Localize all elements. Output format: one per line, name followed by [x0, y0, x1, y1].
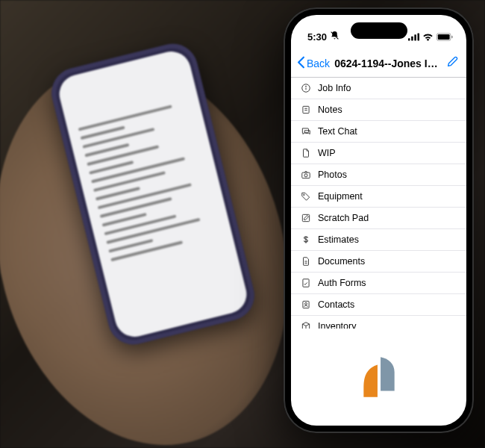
- menu-item-label: Photos: [318, 169, 347, 180]
- tag-icon: [300, 191, 311, 202]
- svg-rect-11: [302, 106, 308, 113]
- bell-slash-icon: [330, 31, 340, 43]
- svg-rect-2: [411, 36, 413, 40]
- svg-point-16: [303, 194, 304, 196]
- edit-button[interactable]: [444, 56, 460, 71]
- back-button[interactable]: Back: [297, 56, 330, 71]
- menu-item-notes[interactable]: Notes: [291, 99, 466, 121]
- menu-item-label: Scratch Pad: [318, 213, 369, 223]
- menu-item-photos[interactable]: Photos: [291, 164, 466, 186]
- nav-title: 0624-1194--Jones Iww, ...: [331, 57, 442, 69]
- pencil-sq-icon: [300, 213, 311, 224]
- menu-item-label: Auth Forms: [318, 278, 366, 288]
- box-icon: [300, 321, 311, 329]
- svg-point-10: [305, 86, 306, 87]
- phone-screen: 5:30 Bac: [291, 15, 466, 426]
- info-icon: [300, 83, 311, 94]
- compose-icon: [446, 56, 458, 71]
- wifi-icon: [422, 33, 434, 41]
- chevron-left-icon: [297, 56, 305, 71]
- svg-rect-17: [302, 214, 309, 221]
- form-icon: [300, 278, 311, 289]
- camera-icon: [300, 169, 311, 181]
- menu-item-label: Contacts: [318, 299, 354, 310]
- menu-item-auth-forms[interactable]: Auth Forms: [291, 273, 466, 294]
- svg-rect-14: [301, 172, 310, 178]
- menu-list: Job InfoNotesText ChatWIPPhotosEquipment…: [291, 78, 466, 329]
- dollar-icon: [300, 234, 311, 246]
- menu-item-inventory[interactable]: Inventory: [291, 316, 466, 329]
- menu-item-job-info[interactable]: Job Info: [291, 78, 466, 99]
- menu-item-label: Documents: [318, 256, 365, 267]
- menu-item-label: Equipment: [318, 191, 363, 202]
- svg-rect-3: [414, 34, 416, 40]
- back-label: Back: [307, 57, 330, 69]
- menu-item-equipment[interactable]: Equipment: [291, 186, 466, 208]
- menu-item-scratch-pad[interactable]: Scratch Pad: [291, 208, 466, 229]
- nav-bar: Back 0624-1194--Jones Iww, ...: [291, 49, 466, 78]
- brand-logo: [356, 354, 402, 400]
- dynamic-island: [351, 22, 407, 39]
- menu-item-wip[interactable]: WIP: [291, 143, 466, 164]
- svg-rect-1: [408, 38, 410, 40]
- menu-item-label: WIP: [318, 148, 336, 158]
- menu-item-estimates[interactable]: Estimates: [291, 229, 466, 251]
- status-time: 5:30: [307, 31, 327, 43]
- svg-point-22: [304, 302, 307, 305]
- menu-item-documents[interactable]: Documents: [291, 251, 466, 273]
- battery-icon: [436, 33, 453, 41]
- doc-icon: [300, 256, 311, 267]
- menu-item-label: Estimates: [318, 234, 359, 245]
- menu-item-label: Notes: [318, 105, 342, 115]
- note-icon: [300, 105, 311, 116]
- svg-rect-20: [302, 279, 308, 287]
- menu-item-text-chat[interactable]: Text Chat: [291, 121, 466, 143]
- menu-item-label: Job Info: [318, 83, 351, 93]
- chat-icon: [300, 126, 311, 137]
- svg-point-15: [304, 174, 307, 177]
- svg-rect-4: [418, 33, 420, 40]
- file-icon: [300, 148, 311, 159]
- menu-item-label: Text Chat: [318, 126, 357, 137]
- svg-rect-7: [451, 35, 452, 38]
- menu-item-label: Inventory: [318, 321, 356, 329]
- logo-area: [291, 329, 466, 426]
- contacts-icon: [300, 299, 311, 311]
- phone-frame: 5:30 Bac: [284, 7, 474, 433]
- menu-item-contacts[interactable]: Contacts: [291, 294, 466, 316]
- signal-icon: [408, 33, 419, 41]
- svg-rect-6: [438, 34, 450, 39]
